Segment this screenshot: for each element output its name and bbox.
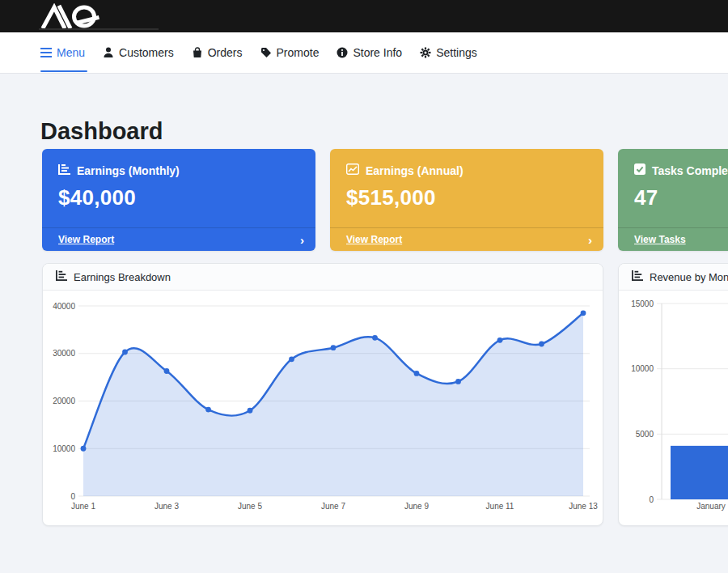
info-circle-icon bbox=[336, 47, 348, 58]
stat-card-value: 47 bbox=[618, 177, 728, 210]
chart-title: Earnings Breakdown bbox=[74, 271, 171, 283]
chart-card-header: Earnings Breakdown bbox=[43, 264, 603, 291]
stat-card-label: Tasks Completed bbox=[652, 164, 728, 177]
svg-text:10000: 10000 bbox=[53, 444, 75, 453]
aq-logo-icon bbox=[39, 3, 128, 29]
view-report-link[interactable]: View Report bbox=[58, 234, 114, 245]
view-report-link[interactable]: View Report bbox=[346, 234, 402, 245]
svg-text:10000: 10000 bbox=[631, 364, 654, 373]
svg-text:June 11: June 11 bbox=[486, 502, 514, 511]
chevron-right-icon[interactable]: › bbox=[588, 234, 592, 246]
person-icon bbox=[103, 47, 114, 58]
nav-label: Promote bbox=[277, 46, 320, 59]
chevron-right-icon[interactable]: › bbox=[300, 234, 304, 246]
card-earnings-annual: Earnings (Annual) $515,000 View Report › bbox=[330, 149, 603, 251]
svg-text:15000: 15000 bbox=[631, 299, 654, 308]
svg-text:0: 0 bbox=[70, 492, 75, 501]
svg-text:5000: 5000 bbox=[636, 430, 654, 439]
card-tasks-completed: Tasks Completed 47 View Tasks › bbox=[618, 149, 728, 251]
nav-label: Customers bbox=[119, 46, 174, 59]
earnings-breakdown-card: Earnings Breakdown 010000200003000040000… bbox=[42, 263, 603, 526]
nav-label: Store Info bbox=[353, 46, 402, 59]
svg-text:June 13: June 13 bbox=[569, 502, 598, 511]
charts-row: Earnings Breakdown 010000200003000040000… bbox=[42, 263, 728, 526]
nav-label: Settings bbox=[436, 46, 477, 59]
stat-card-value: $40,000 bbox=[42, 177, 315, 210]
bar-chart-icon bbox=[58, 163, 70, 177]
nav-item-menu[interactable]: Menu bbox=[40, 32, 94, 73]
svg-text:40000: 40000 bbox=[53, 302, 75, 311]
svg-text:20000: 20000 bbox=[53, 397, 75, 405]
main-nav: Menu Customers Orders Promote Store Info bbox=[0, 32, 728, 74]
stat-card-footer: View Tasks › bbox=[618, 227, 728, 251]
stat-cards-row: Earnings (Monthly) $40,000 View Report ›… bbox=[42, 149, 728, 251]
chart-card-header: Revenue by Month bbox=[619, 264, 728, 291]
revenue-by-month-chart: 050001000015000January bbox=[619, 291, 728, 526]
svg-text:0: 0 bbox=[649, 495, 654, 504]
bag-icon bbox=[192, 47, 203, 58]
card-earnings-monthly: Earnings (Monthly) $40,000 View Report › bbox=[42, 149, 315, 251]
gear-icon bbox=[420, 47, 431, 58]
logo-underline bbox=[39, 28, 159, 30]
nav-item-store-info[interactable]: Store Info bbox=[328, 32, 411, 73]
line-chart-icon bbox=[346, 163, 359, 177]
svg-text:June 9: June 9 bbox=[404, 502, 429, 511]
nav-label: Orders bbox=[208, 46, 243, 59]
stat-card-value: $515,000 bbox=[330, 177, 603, 210]
earnings-breakdown-chart: 010000200003000040000June 1June 3June 5J… bbox=[43, 291, 603, 526]
stat-card-label: Earnings (Monthly) bbox=[77, 164, 180, 177]
svg-text:30000: 30000 bbox=[53, 349, 75, 358]
svg-text:June 5: June 5 bbox=[238, 502, 262, 511]
svg-text:June 7: June 7 bbox=[321, 502, 345, 511]
check-square-icon bbox=[634, 163, 645, 177]
svg-text:June 1: June 1 bbox=[71, 502, 95, 511]
nav-label: Menu bbox=[57, 46, 85, 59]
view-tasks-link[interactable]: View Tasks bbox=[634, 234, 686, 245]
nav-item-orders[interactable]: Orders bbox=[183, 32, 252, 73]
svg-text:June 3: June 3 bbox=[154, 502, 179, 511]
page-title: Dashboard bbox=[40, 118, 163, 145]
top-app-bar bbox=[0, 0, 728, 32]
tag-icon bbox=[260, 47, 272, 58]
stat-card-footer: View Report › bbox=[42, 227, 315, 251]
nav-item-promote[interactable]: Promote bbox=[252, 32, 328, 73]
svg-text:January: January bbox=[696, 502, 726, 511]
nav-item-settings[interactable]: Settings bbox=[411, 32, 486, 73]
hamburger-icon bbox=[40, 48, 52, 57]
chart-title: Revenue by Month bbox=[650, 271, 728, 283]
nav-item-customers[interactable]: Customers bbox=[94, 32, 183, 73]
stat-card-label: Earnings (Annual) bbox=[366, 164, 463, 177]
revenue-by-month-card: Revenue by Month 050001000015000January bbox=[618, 263, 728, 526]
bar-chart-icon bbox=[632, 270, 643, 283]
bar-chart-icon bbox=[56, 270, 67, 283]
stat-card-footer: View Report › bbox=[330, 227, 603, 251]
